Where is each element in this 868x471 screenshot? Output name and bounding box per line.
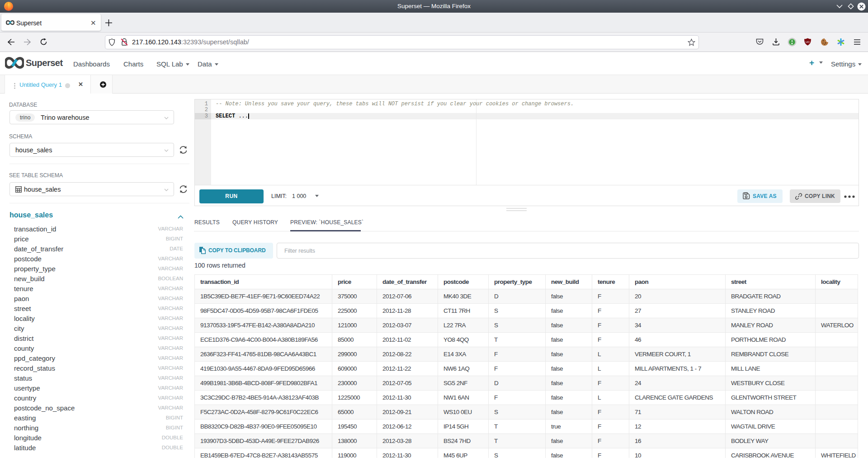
svg-text:UO: UO [806,41,810,43]
